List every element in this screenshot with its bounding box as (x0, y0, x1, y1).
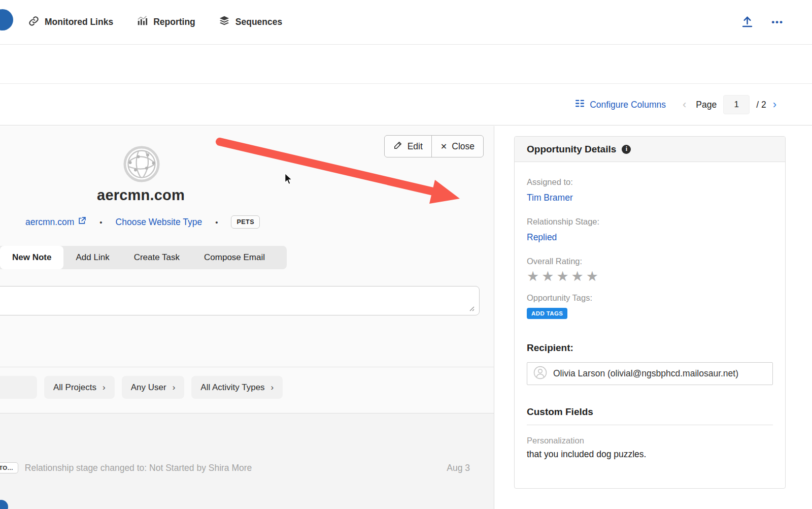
filter-label: All Activity Types (200, 383, 264, 393)
activity-text: Relationship stage changed to: Not Start… (25, 463, 447, 473)
columns-icon (574, 98, 585, 111)
filter-any-user[interactable]: Any User › (122, 376, 185, 399)
mouse-cursor (284, 173, 295, 186)
relationship-stage-label: Relationship Stage: (527, 217, 773, 227)
edit-button[interactable]: Edit (385, 136, 431, 157)
recipient-value: Olivia Larson (olivial@ngsbphcd.mailosau… (553, 368, 738, 379)
activity-history-section: TO... Relationship stage changed to: Not… (0, 413, 494, 509)
filter-label: Any User (131, 383, 166, 393)
upload-icon[interactable] (740, 15, 754, 30)
recipient-label: Recipient: (527, 342, 773, 354)
external-link-icon (78, 216, 86, 228)
custom-field-value: that you included dog puzzles. (527, 449, 773, 460)
website-globe-icon (123, 145, 160, 185)
choose-website-type-link[interactable]: Choose Website Type (116, 217, 202, 228)
filter-all-projects[interactable]: All Projects › (44, 376, 115, 399)
nav-monitored-links[interactable]: Monitored Links (28, 16, 113, 29)
assigned-to-label: Assigned to: (527, 177, 773, 187)
activity-filters: All Projects › Any User › All Activity T… (0, 376, 283, 399)
nav-item-label: Sequences (235, 17, 282, 27)
star-rating[interactable]: ★★★★★ (527, 268, 773, 284)
nav-reporting[interactable]: Reporting (137, 15, 195, 29)
overall-rating-label: Overall Rating: (527, 257, 773, 266)
more-menu-icon[interactable]: ••• (771, 17, 784, 27)
activity-row[interactable]: TO... Relationship stage changed to: Not… (0, 462, 470, 473)
activity-date: Aug 3 (447, 463, 470, 473)
chevron-right-icon: › (103, 383, 106, 393)
edit-button-label: Edit (408, 141, 423, 152)
tab-compose-email[interactable]: Compose Email (192, 246, 277, 269)
custom-field-label: Personalization (527, 436, 773, 446)
page-next-button[interactable]: › (773, 99, 776, 110)
section-divider (0, 367, 494, 367)
website-external-link[interactable]: aercmn.com (25, 216, 86, 228)
avatar-icon (533, 366, 547, 382)
configure-columns-button[interactable]: Configure Columns (574, 98, 666, 111)
page-total: / 2 (756, 100, 766, 110)
assigned-to-value[interactable]: Tim Bramer (527, 193, 773, 203)
list-toolbar: Configure Columns ‹ Page / 2 › (0, 84, 812, 125)
tab-create-task[interactable]: Create Task (122, 246, 192, 269)
recipient-row[interactable]: Olivia Larson (olivial@ngsbphcd.mailosau… (527, 362, 773, 385)
record-actions: Edit ✕ Close (384, 135, 484, 157)
top-nav-actions: ••• (740, 0, 784, 45)
filter-button-partial[interactable] (0, 376, 37, 399)
note-input[interactable] (0, 286, 480, 315)
configure-columns-label: Configure Columns (590, 100, 666, 110)
header-band (0, 45, 812, 84)
layers-icon (219, 15, 230, 29)
opportunity-details-card: Opportunity Details i Assigned to: Tim B… (514, 136, 786, 489)
project-tag-badge[interactable]: PETS (231, 215, 260, 229)
tab-new-note[interactable]: New Note (0, 246, 63, 269)
opportunity-sidebar: Opportunity Details i Assigned to: Tim B… (495, 126, 812, 509)
website-title: aercmn.com (41, 187, 241, 204)
close-icon: ✕ (441, 142, 447, 151)
tab-add-link[interactable]: Add Link (63, 246, 121, 269)
action-tabs: New Note Add Link Create Task Compose Em… (0, 246, 287, 269)
chevron-right-icon: › (173, 383, 176, 393)
card-title: Opportunity Details (527, 144, 616, 155)
record-detail-panel: Edit ✕ Close aercmn. (0, 126, 494, 509)
nav-sequences[interactable]: Sequences (219, 15, 282, 29)
page-label: Page (696, 100, 717, 110)
pencil-icon (393, 140, 403, 152)
choose-website-type-label: Choose Website Type (116, 217, 202, 228)
top-navigation: Monitored Links Reporting (0, 0, 812, 45)
website-meta-row: aercmn.com • Choose Website Type • PETS (25, 215, 260, 229)
dot-separator: • (215, 218, 218, 227)
info-icon[interactable]: i (622, 145, 631, 154)
relationship-stage-value[interactable]: Replied (527, 232, 773, 243)
app-logo[interactable] (0, 9, 13, 30)
custom-fields-title: Custom Fields (527, 406, 773, 425)
card-body: Assigned to: Tim Bramer Relationship Sta… (515, 162, 785, 460)
filter-all-activity-types[interactable]: All Activity Types › (191, 376, 283, 399)
page-number-input[interactable] (723, 95, 750, 114)
chevron-right-icon: › (271, 383, 274, 393)
add-tags-button[interactable]: ADD TAGS (527, 308, 567, 319)
page-prev-button[interactable]: ‹ (683, 99, 686, 110)
close-button-label: Close (452, 141, 475, 152)
card-header: Opportunity Details i (515, 137, 785, 162)
nav-item-label: Monitored Links (45, 17, 113, 27)
activity-type-badge: TO... (0, 462, 18, 473)
website-link-label: aercmn.com (25, 217, 74, 228)
opportunity-tags-label: Opportunity Tags: (527, 293, 773, 303)
bar-chart-icon (137, 15, 148, 29)
filter-label: All Projects (53, 383, 96, 393)
app-window: Monitored Links Reporting (0, 0, 812, 509)
nav-item-label: Reporting (153, 17, 195, 27)
dot-separator: • (99, 218, 102, 227)
close-button[interactable]: ✕ Close (431, 136, 483, 157)
link-icon (28, 16, 39, 29)
